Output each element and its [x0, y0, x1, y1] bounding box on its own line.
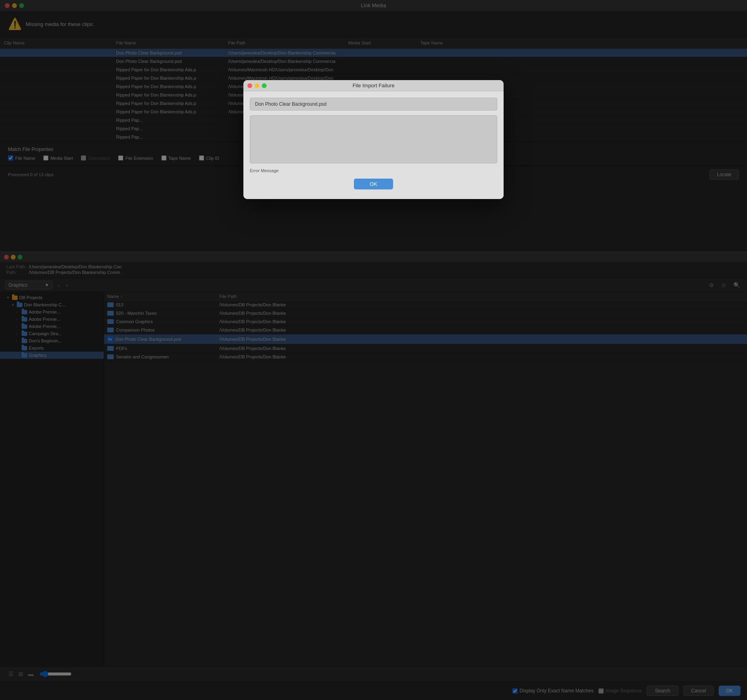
modal-traffic-lights: [247, 83, 267, 88]
modal-title: File Import Failure: [353, 82, 395, 89]
modal-ok-button[interactable]: OK: [354, 179, 394, 189]
modal-title-bar: File Import Failure: [243, 80, 504, 91]
modal-ok-row: OK: [250, 175, 497, 193]
modal-body: Don Photo Clear Background.psd Error Mes…: [243, 91, 504, 199]
modal-max-btn[interactable]: [262, 83, 267, 88]
modal-file-path: Don Photo Clear Background.psd: [250, 98, 497, 111]
file-import-failure-modal: File Import Failure Don Photo Clear Back…: [243, 80, 504, 199]
modal-min-btn[interactable]: [255, 83, 259, 88]
modal-overlay: File Import Failure Don Photo Clear Back…: [0, 0, 747, 700]
modal-text-area: [250, 115, 497, 163]
modal-error-label: Error Message: [250, 168, 497, 173]
modal-close-btn[interactable]: [247, 83, 252, 88]
